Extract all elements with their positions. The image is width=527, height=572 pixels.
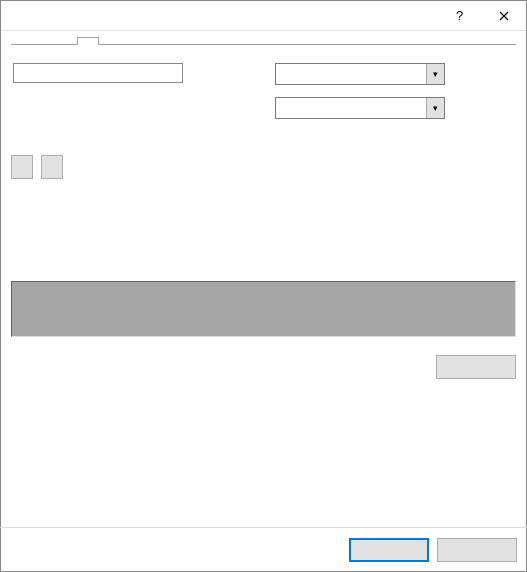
tabs [11, 37, 516, 45]
tab-fill[interactable] [77, 37, 99, 45]
help-button[interactable]: ? [436, 1, 481, 31]
footer [0, 527, 527, 572]
no-color-button[interactable] [13, 63, 183, 83]
tab-format[interactable] [11, 37, 33, 45]
cancel-button[interactable] [437, 538, 517, 562]
fill-effect-button[interactable] [11, 155, 33, 179]
clear-button[interactable] [436, 355, 516, 379]
chevron-down-icon: ▾ [426, 98, 444, 118]
pattern-type-combo[interactable]: ▾ [275, 97, 445, 119]
tab-border[interactable] [55, 37, 77, 45]
ok-button[interactable] [349, 538, 429, 562]
content: ▾ ▾ [1, 31, 526, 389]
other-color-button[interactable] [41, 155, 63, 179]
tab-font[interactable] [33, 37, 55, 45]
pattern-color-combo[interactable]: ▾ [275, 63, 445, 85]
sample-preview [11, 281, 516, 337]
svg-text:?: ? [456, 9, 463, 23]
chevron-down-icon: ▾ [426, 64, 444, 84]
titlebar: ? [1, 1, 526, 31]
close-button[interactable] [481, 1, 526, 31]
